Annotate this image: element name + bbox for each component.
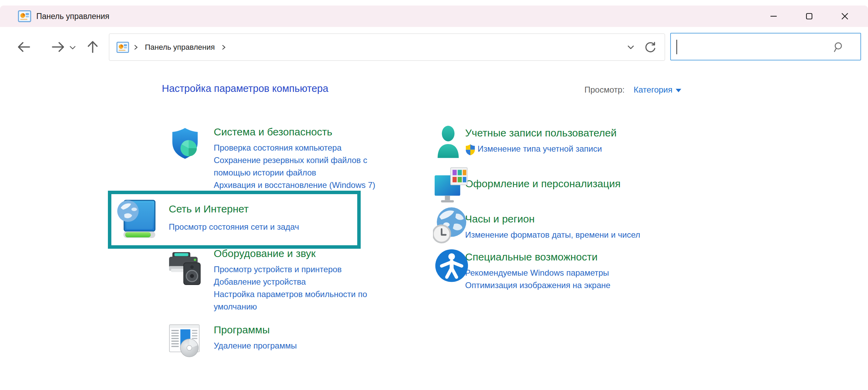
link-file-history-backup[interactable]: Сохранение резервных копий файлов с помо… — [214, 154, 392, 179]
view-by-label: Просмотр: — [584, 85, 625, 95]
clock-region-icon[interactable] — [433, 207, 468, 246]
recent-locations-button[interactable] — [66, 41, 80, 54]
category-programs: Программы Удаление программы — [168, 322, 297, 352]
dropdown-arrow-icon — [676, 89, 681, 92]
programs-icon[interactable] — [168, 323, 202, 360]
maximize-icon — [805, 12, 814, 21]
search-magnifier-icon — [831, 41, 844, 55]
up-button[interactable] — [84, 39, 101, 55]
link-recommended-windows-settings[interactable]: Рекомендуемые Windows параметры — [465, 267, 610, 279]
link-change-date-time-formats[interactable]: Изменение форматов даты, времени и чисел — [465, 229, 640, 241]
user-accounts-icon[interactable] — [436, 124, 460, 161]
hardware-sound-icon[interactable] — [168, 249, 202, 288]
breadcrumb-chevron-icon — [220, 44, 227, 51]
control-panel-icon — [18, 10, 31, 23]
category-hardware-sound: Оборудование и звук Просмотр устройств и… — [168, 246, 392, 313]
link-view-network-status[interactable]: Просмотр состояния сети и задач — [169, 221, 299, 233]
network-internet-icon[interactable] — [117, 198, 156, 241]
breadcrumb-chevron-icon — [132, 44, 139, 51]
appearance-personalization-icon[interactable] — [434, 167, 468, 206]
refresh-icon — [644, 41, 657, 54]
up-arrow-icon — [85, 39, 100, 55]
address-dropdown-chevron-icon — [625, 42, 636, 53]
category-network-internet: Сеть и Интернет Просмотр состояния сети … — [117, 201, 299, 233]
titlebar: Панель управления — [0, 6, 868, 27]
search-input[interactable] — [678, 36, 832, 58]
minimize-button[interactable] — [756, 6, 791, 27]
control-panel-icon — [117, 41, 129, 54]
control-panel-window: Панель управления — [0, 0, 868, 390]
link-optimize-visual-display[interactable]: Оптимизация изображения на экране — [465, 279, 610, 292]
text-caret — [676, 40, 677, 54]
system-security-icon[interactable] — [168, 126, 202, 162]
category-clock-region: Часы и регион Изменение форматов даты, в… — [433, 211, 640, 241]
uac-shield-icon — [465, 144, 475, 157]
link-add-device[interactable]: Добавление устройства — [214, 276, 392, 288]
link-backup-restore-windows7[interactable]: Архивация и восстановление (Windows 7) — [214, 179, 392, 191]
address-bar[interactable]: Панель управления — [109, 34, 665, 61]
category-title-system-security[interactable]: Система и безопасность — [214, 124, 392, 140]
maximize-button[interactable] — [791, 6, 827, 27]
category-title-user-accounts[interactable]: Учетные записи пользователей — [465, 125, 617, 141]
minimize-icon — [769, 12, 778, 21]
category-title-appearance-personalization[interactable]: Оформление и персонализация — [465, 176, 620, 191]
category-title-programs[interactable]: Программы — [214, 322, 297, 337]
link-check-computer-status[interactable]: Проверка состояния компьютера — [214, 142, 392, 154]
link-view-devices-printers[interactable]: Просмотр устройств и принтеров — [214, 263, 392, 276]
link-mobility-settings[interactable]: Настройка параметров мобильности по умол… — [214, 288, 392, 313]
category-title-clock-region[interactable]: Часы и регион — [465, 211, 640, 227]
refresh-button[interactable] — [640, 38, 660, 57]
address-dropdown-button[interactable] — [621, 38, 640, 57]
window-title: Панель управления — [36, 12, 109, 21]
page-title: Настройка параметров компьютера — [162, 83, 328, 94]
view-by-control: Просмотр: Категория — [584, 85, 681, 95]
category-title-hardware-sound[interactable]: Оборудование и звук — [214, 246, 392, 261]
category-title-network-internet[interactable]: Сеть и Интернет — [169, 201, 299, 217]
ease-of-access-icon[interactable] — [435, 249, 469, 284]
category-system-security: Система и безопасность Проверка состояни… — [168, 124, 392, 191]
back-arrow-icon — [16, 39, 31, 55]
forward-button[interactable] — [50, 39, 66, 55]
category-user-accounts: Учетные записи пользователей — [436, 125, 617, 157]
category-title-ease-of-access[interactable]: Специальные возможности — [465, 249, 610, 265]
back-button[interactable] — [16, 39, 32, 55]
link-uninstall-program[interactable]: Удаление программы — [214, 340, 297, 352]
close-button[interactable] — [827, 6, 862, 27]
link-change-account-type[interactable]: Изменение типа учетной записи — [478, 143, 602, 155]
navigation-toolbar: Панель управления — [0, 27, 868, 66]
close-icon — [840, 12, 849, 21]
recent-locations-chevron-icon — [67, 42, 78, 53]
breadcrumb-control-panel[interactable]: Панель управления — [143, 41, 217, 53]
category-appearance-personalization: Оформление и персонализация — [434, 176, 620, 191]
category-ease-of-access: Специальные возможности Рекомендуемые Wi… — [435, 249, 610, 292]
forward-arrow-icon — [50, 39, 66, 55]
view-by-dropdown[interactable]: Категория — [634, 85, 681, 95]
search-box[interactable] — [670, 33, 861, 60]
